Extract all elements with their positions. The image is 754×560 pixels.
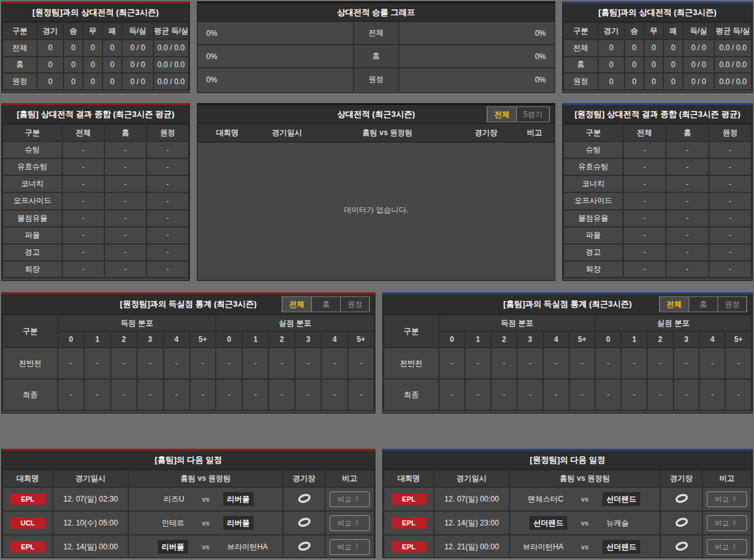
home-winrate-bar: 0%: [197, 69, 353, 91]
winrate-row-label: 홈: [353, 45, 399, 67]
compare-button[interactable]: 비교〉: [330, 539, 370, 555]
bin-header: 5+: [190, 331, 216, 348]
stadium-icon[interactable]: [297, 517, 312, 528]
home-team-name: 선더랜드: [529, 516, 567, 530]
compare-button[interactable]: 비교〉: [707, 539, 747, 555]
schedule-row: EPL 12. 14(일) 00:00 리버풀 vs 브라이턴HA: [3, 535, 374, 558]
stat-cell: 0: [663, 73, 683, 90]
league-badge: EPL: [391, 541, 426, 552]
stadium-icon[interactable]: [674, 541, 689, 552]
stat-cell: -: [709, 227, 751, 244]
column-header: 득/실: [122, 23, 153, 40]
stat-cell: 0.0 / 0.0: [153, 40, 189, 57]
stadium-icon[interactable]: [297, 493, 312, 504]
tab-filter[interactable]: 전체: [282, 297, 311, 311]
column-header: 구분: [563, 23, 598, 40]
column-header: 구분: [384, 315, 439, 348]
stat-cell: 0.0 / 0.0: [714, 40, 751, 57]
winrate-row: 0% 홈 0%: [197, 45, 555, 69]
stat-cell: -: [104, 158, 147, 175]
stat-cell: -: [709, 158, 751, 175]
tab-filter[interactable]: 원정: [718, 297, 746, 311]
stat-row: 퇴장 - - -: [563, 261, 751, 278]
column-header: 비고: [325, 470, 374, 487]
stat-cell: -: [104, 227, 147, 244]
stat-row: 파울 - - -: [563, 227, 751, 244]
bin-header: 2: [269, 331, 295, 348]
stat-cell: -: [242, 348, 269, 379]
away-winrate-bar: 0%: [399, 22, 555, 44]
stat-cell: -: [623, 175, 666, 192]
compare-button[interactable]: 비교〉: [330, 491, 370, 507]
vs-label: vs: [188, 543, 223, 551]
stat-cell: -: [164, 348, 190, 379]
stat-cell: 0: [37, 73, 64, 90]
home-team-name: 리즈U: [160, 492, 188, 506]
panel-title: [홈팀]과의 상대전적 (최근3시즌): [599, 7, 717, 18]
stat-cell: -: [295, 379, 321, 410]
column-header: 전체: [623, 124, 666, 141]
stat-cell: -: [666, 244, 709, 261]
stat-row: 슈팅 - - -: [3, 141, 189, 158]
row-label: 슈팅: [3, 141, 62, 158]
stat-cell: 0: [37, 40, 64, 57]
stat-cell: -: [104, 261, 147, 278]
stat-cell: -: [725, 379, 751, 410]
bin-header: 1: [621, 331, 647, 348]
panel-h2h-vs-away-header: [원정팀]과의 상대전적 (최근3시즌): [2, 3, 189, 22]
stat-cell: -: [147, 244, 189, 261]
panel-goal-stats-vs-away: [원정팀]과의 득실점 통계 (최근3시즌) 전체홈원정 구분 득점 분포 실점…: [1, 292, 375, 414]
tab-filter[interactable]: 전체: [487, 107, 516, 121]
schedule-row: EPL 12. 14(일) 23:00 선더랜드 vs 뉴캐슬: [384, 511, 751, 535]
stat-cell: -: [216, 379, 242, 410]
tab-filter[interactable]: 홈: [311, 297, 340, 311]
stat-row: 코너킥 - - -: [563, 175, 751, 192]
stat-cell: -: [647, 348, 673, 379]
schedule-row: EPL 12. 21(일) 00:00 브라이턴HA vs 선더랜드: [384, 535, 751, 558]
stat-cell: 0: [83, 40, 103, 57]
bin-header: 5+: [725, 331, 751, 348]
stat-cell: 0.0 / 0.0: [153, 57, 189, 74]
tab-filter[interactable]: 홈: [689, 297, 718, 311]
stat-row: 경고 - - -: [3, 244, 189, 261]
stat-cell: -: [147, 141, 189, 158]
stat-cell: 0.0 / 0.0: [714, 57, 751, 74]
column-header: 전체: [62, 124, 104, 141]
stat-cell: -: [709, 175, 751, 192]
stadium-icon[interactable]: [674, 517, 689, 528]
schedule-home-table: 대회명 경기일시 홈팀 vs 원정팀 경기장 비고 EPL 12. 07(일) …: [2, 469, 375, 558]
panel-winrate-graph: 상대전적 승률 그래프 0% 전체 0% 0% 홈 0% 0% 원정: [197, 1, 555, 93]
tab-filter[interactable]: 전체: [660, 297, 689, 311]
column-header: 원정: [147, 124, 189, 141]
stat-cell: -: [623, 141, 666, 158]
bin-header: 0: [439, 331, 465, 348]
stadium-icon[interactable]: [674, 493, 689, 504]
teams-cell: 리버풀 vs 브라이턴HA: [128, 535, 283, 558]
stat-cell: 0: [644, 40, 663, 57]
row-label: 경고: [3, 244, 62, 261]
h2h-list-tabs: 전체5경기: [487, 106, 550, 122]
panel-h2h-list: 상대전적 (최근3시즌) 전체5경기 대회명 경기일시 홈팀 vs 원정팀 경기…: [197, 103, 555, 281]
column-header: 평균 득/실: [714, 23, 751, 40]
goal-stats-vs-home-tabs: 전체홈원정: [659, 296, 747, 312]
panel-title: 상대전적 승률 그래프: [337, 7, 415, 18]
away-team-name: 선더랜드: [602, 492, 640, 506]
stat-cell: -: [439, 348, 465, 379]
bin-header: 5+: [569, 331, 595, 348]
stat-cell: -: [84, 348, 111, 379]
stat-cell: -: [104, 244, 147, 261]
teams-cell: 선더랜드 vs 뉴캐슬: [509, 511, 660, 535]
panel-title: [원정팀] 상대전적 결과 종합 (최근3시즌 평균): [575, 109, 741, 120]
tab-filter[interactable]: 5경기: [516, 107, 549, 121]
goal-stats-vs-away-table: 구분 득점 분포 실점 분포 012345+012345+ 전반전 - -: [2, 314, 375, 411]
row-label: 최종: [3, 379, 58, 410]
column-header: 평균 득/실: [153, 23, 189, 40]
stadium-icon[interactable]: [297, 541, 312, 552]
away-team-name: 선더랜드: [602, 540, 640, 554]
compare-button[interactable]: 비교〉: [330, 515, 370, 531]
compare-button[interactable]: 비교〉: [707, 515, 747, 531]
compare-button[interactable]: 비교〉: [707, 491, 747, 507]
goal-stats-vs-home-table: 구분 득점 분포 실점 분포 012345+012345+ 전반전 - -: [383, 314, 752, 411]
bin-header: 1: [84, 331, 111, 348]
tab-filter[interactable]: 원정: [340, 297, 369, 311]
